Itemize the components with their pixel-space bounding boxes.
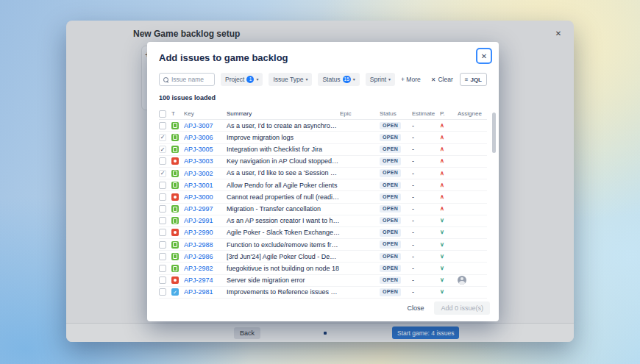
table-row[interactable]: APJ-3006 Improve migration logs OPEN - (159, 132, 487, 143)
issue-key-link[interactable]: APJ-3005 (184, 146, 227, 153)
issue-type-icon (171, 229, 179, 236)
row-checkbox[interactable] (159, 241, 166, 249)
clear-icon: ✕ (431, 76, 436, 83)
status-badge: OPEN (380, 157, 401, 165)
issue-key-link[interactable]: APJ-2981 (184, 288, 227, 296)
table-row[interactable]: APJ-3007 As a user, I'd to create an asy… (159, 120, 487, 132)
issue-key-link[interactable]: APJ-3003 (184, 157, 227, 165)
dialog-close-button[interactable]: ✕ (476, 48, 492, 64)
issue-type-icon (171, 288, 179, 296)
table-row[interactable]: APJ-2990 Agile Poker - Slack Token Excha… (159, 227, 487, 239)
row-checkbox[interactable] (159, 170, 166, 177)
row-checkbox[interactable] (159, 157, 166, 165)
clear-filters-button[interactable]: ✕ Clear (431, 76, 453, 83)
issue-summary: Function to exclude/remove items from th… (227, 239, 340, 251)
issue-summary: Improve migration logs (227, 132, 340, 143)
priority-icon (440, 277, 444, 283)
priority-icon (440, 194, 444, 200)
row-checkbox[interactable] (159, 205, 166, 213)
table-row[interactable]: APJ-3002 As a user, I'd like to see a 'S… (159, 168, 487, 179)
issue-estimate: - (412, 134, 440, 141)
issue-key-link[interactable]: APJ-3002 (184, 170, 227, 177)
table-row[interactable]: APJ-2982 fuegokitivue is not building on… (159, 263, 487, 274)
issue-key-link[interactable]: APJ-2982 (184, 265, 227, 272)
row-checkbox[interactable] (159, 253, 166, 260)
priority-icon (440, 242, 444, 248)
issue-key-link[interactable]: APJ-3001 (184, 182, 227, 189)
issue-estimate: - (412, 265, 440, 272)
window-close-icon[interactable]: ✕ (553, 29, 563, 39)
issue-key-link[interactable]: APJ-2986 (184, 253, 227, 260)
status-badge: OPEN (380, 146, 401, 153)
issue-type-icon (171, 205, 179, 213)
row-checkbox[interactable] (159, 146, 166, 153)
issue-key-link[interactable]: APJ-2997 (184, 205, 227, 213)
issue-estimate: - (412, 217, 440, 224)
status-badge: OPEN (380, 229, 401, 236)
issue-key-link[interactable]: APJ-3007 (184, 122, 227, 129)
issue-key-link[interactable]: APJ-3006 (184, 134, 227, 141)
select-all-checkbox[interactable] (159, 110, 166, 118)
row-checkbox[interactable] (159, 134, 166, 141)
issue-summary: As a user, I'd to create an asynchrony s… (227, 120, 340, 132)
row-checkbox[interactable] (159, 182, 166, 189)
desktop: New Game backlog setup ✕ + Back Start ga… (0, 0, 640, 364)
close-dialog-button[interactable]: Close (404, 301, 427, 315)
status-badge: OPEN (380, 205, 401, 213)
table-row[interactable]: APJ-3001 Allow Pendo for all Agile Poker… (159, 179, 487, 191)
back-button[interactable]: Back (234, 327, 260, 339)
issue-key-link[interactable]: APJ-3000 (184, 193, 227, 201)
scrollbar-thumb[interactable] (492, 113, 496, 153)
filter-label: Sprint (370, 76, 386, 83)
start-game-button[interactable]: Start game: 4 issues (392, 326, 459, 339)
table-row[interactable]: APJ-2986 [3rd Jun'24] Agile Poker Cloud … (159, 251, 487, 263)
issue-search[interactable] (159, 73, 215, 86)
table-row[interactable]: APJ-2974 Server side migration error OPE… (159, 275, 487, 287)
issue-key-link[interactable]: APJ-2991 (184, 217, 227, 224)
table-row[interactable]: APJ-2981 Improvements to Reference issue… (159, 287, 487, 299)
priority-icon (440, 171, 444, 176)
issue-key-link[interactable]: APJ-2990 (184, 229, 227, 236)
add-issues-button[interactable]: Add 0 issue(s) (434, 301, 490, 315)
priority-icon (440, 135, 444, 140)
table-row[interactable]: APJ-3003 Key navigation in AP Cloud stop… (159, 156, 487, 168)
scrollbar[interactable] (492, 107, 496, 290)
avatar (458, 276, 466, 285)
search-input[interactable] (171, 76, 210, 83)
jql-toggle-button[interactable]: ≡ JQL (460, 73, 487, 86)
table-row[interactable]: APJ-3005 Integration with Checklist for … (159, 144, 487, 156)
filter-sprint[interactable]: Sprint ▾ (366, 73, 395, 86)
issue-key-link[interactable]: APJ-2988 (184, 241, 227, 249)
table-row[interactable]: APJ-2988 Function to exclude/remove item… (159, 239, 487, 251)
table-row[interactable]: APJ-3000 Cannot read properties of null … (159, 191, 487, 203)
issue-summary: Improvements to Reference issues experi.… (227, 286, 340, 298)
chevron-down-icon: ▾ (256, 77, 258, 82)
issue-estimate: - (412, 157, 440, 165)
row-checkbox[interactable] (159, 276, 166, 284)
filter-count-badge: 15 (343, 76, 351, 83)
row-checkbox[interactable] (159, 122, 166, 129)
row-checkbox[interactable] (159, 229, 166, 236)
page-indicator-dot (324, 332, 327, 335)
status-badge: OPEN (380, 169, 401, 176)
row-checkbox[interactable] (159, 217, 166, 224)
issue-key-link[interactable]: APJ-2974 (184, 276, 227, 284)
filter-project[interactable]: Project 1 ▾ (221, 73, 263, 86)
row-checkbox[interactable] (159, 265, 166, 272)
issue-estimate: - (412, 276, 440, 284)
row-checkbox[interactable] (159, 193, 166, 201)
issue-summary: [3rd Jun'24] Agile Poker Cloud - Depreca… (227, 251, 340, 263)
issue-table: T Key Summary Epic Status Estimate P. As… (159, 108, 487, 299)
jql-icon: ≡ (465, 76, 469, 83)
more-filters-button[interactable]: + More (401, 76, 421, 83)
row-checkbox[interactable] (159, 288, 166, 296)
filter-issue-type[interactable]: Issue Type ▾ (269, 73, 312, 86)
table-row[interactable]: APJ-2991 As an AP session creator I want… (159, 215, 487, 227)
priority-icon (440, 229, 444, 235)
table-row[interactable]: APJ-2997 Migration - Transfer cancellati… (159, 204, 487, 215)
filter-status[interactable]: Status 15 ▾ (318, 73, 359, 86)
status-badge: OPEN (380, 122, 401, 129)
issue-estimate: - (412, 241, 440, 249)
issue-type-icon (171, 241, 179, 249)
status-badge: OPEN (380, 134, 401, 141)
